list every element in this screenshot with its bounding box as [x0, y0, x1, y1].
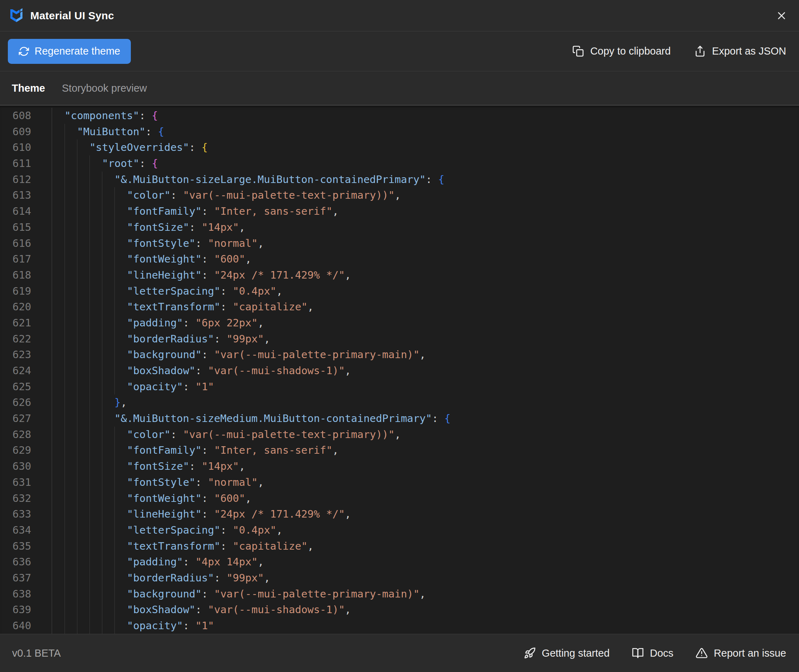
close-button[interactable] — [773, 8, 790, 24]
indent-guide — [102, 522, 102, 538]
code-line: 621"padding": "6px 22px", — [0, 315, 799, 331]
indent-guide — [77, 347, 77, 363]
indent-guide — [64, 299, 65, 315]
indent-guide — [102, 458, 102, 474]
indent-guide — [89, 155, 90, 171]
code-line: 639"boxShadow": "var(--mui-shadows-1)", — [0, 602, 799, 618]
code-line: 631"fontStyle": "normal", — [0, 474, 799, 490]
line-number: 616 — [0, 235, 52, 251]
code-line: 637"borderRadius": "99px", — [0, 570, 799, 586]
line-number: 632 — [0, 490, 52, 507]
code-line: 630"fontSize": "14px", — [0, 458, 799, 474]
code-text: "fontSize": "14px", — [52, 458, 799, 474]
header: Material UI Sync — [0, 0, 799, 31]
indent-guide — [64, 395, 65, 411]
indent-guide — [102, 315, 102, 331]
export-as-json-label: Export as JSON — [712, 45, 786, 57]
indent-guide — [102, 379, 102, 395]
footer-links: Getting started Docs Report an issue — [524, 647, 786, 659]
indent-guide — [102, 427, 102, 443]
indent-guide — [77, 315, 77, 331]
indent-guide — [89, 570, 90, 586]
indent-guide — [102, 618, 102, 634]
indent-guide — [102, 538, 102, 554]
indent-guide — [102, 395, 102, 411]
line-number: 617 — [0, 251, 52, 267]
indent-guide — [64, 602, 65, 618]
indent-guide — [89, 251, 90, 267]
regenerate-theme-button[interactable]: Regenerate theme — [8, 39, 131, 64]
indent-guide — [89, 554, 90, 570]
code-line: 636"padding": "4px 14px", — [0, 554, 799, 570]
indent-guide — [77, 427, 77, 443]
report-an-issue-link[interactable]: Report an issue — [696, 647, 786, 659]
indent-guide — [89, 267, 90, 283]
indent-guide — [102, 267, 102, 283]
code-text: "letterSpacing": "0.4px", — [52, 283, 799, 299]
code-editor[interactable]: 608"components": {609"MuiButton": {610"s… — [0, 106, 799, 634]
code-line: 629"fontFamily": "Inter, sans-serif", — [0, 442, 799, 458]
indent-guide — [89, 490, 90, 507]
code-text: "fontWeight": "600", — [52, 490, 799, 507]
indent-guide — [102, 251, 102, 267]
indent-guide — [64, 235, 65, 251]
code-line: 614"fontFamily": "Inter, sans-serif", — [0, 203, 799, 219]
tab-storybook-preview[interactable]: Storybook preview — [62, 82, 147, 94]
export-as-json-button[interactable]: Export as JSON — [694, 45, 786, 57]
tab-theme-label: Theme — [12, 82, 45, 94]
line-number: 636 — [0, 554, 52, 570]
indent-guide — [102, 490, 102, 507]
docs-link[interactable]: Docs — [632, 647, 673, 659]
indent-guide — [89, 299, 90, 315]
indent-guide — [64, 490, 65, 507]
indent-guide — [77, 538, 77, 554]
code-text: "textTransform": "capitalize", — [52, 299, 799, 315]
indent-guide — [102, 506, 102, 522]
code-line: 617"fontWeight": "600", — [0, 251, 799, 267]
code-line: 628"color": "var(--mui-palette-text-prim… — [0, 427, 799, 443]
code-text: "fontStyle": "normal", — [52, 235, 799, 251]
indent-guide — [64, 522, 65, 538]
tab-theme[interactable]: Theme — [12, 82, 45, 94]
code-text: "fontStyle": "normal", — [52, 474, 799, 490]
indent-guide — [89, 219, 90, 235]
indent-guide — [77, 203, 77, 219]
brand: Material UI Sync — [8, 7, 114, 24]
indent-guide — [102, 203, 102, 219]
line-number: 622 — [0, 331, 52, 347]
indent-guide — [64, 315, 65, 331]
indent-guide — [89, 171, 90, 187]
indent-guide — [64, 283, 65, 299]
indent-guide — [77, 395, 77, 411]
line-number: 608 — [0, 108, 52, 124]
indent-guide — [77, 155, 77, 171]
indent-guide — [64, 219, 65, 235]
indent-guide — [102, 474, 102, 490]
indent-guide — [77, 331, 77, 347]
code-text: "boxShadow": "var(--mui-shadows-1)", — [52, 602, 799, 618]
indent-guide — [64, 171, 65, 187]
indent-guide — [77, 379, 77, 395]
code-line: 634"letterSpacing": "0.4px", — [0, 522, 799, 538]
code-text: "color": "var(--mui-palette-text-primary… — [52, 427, 799, 443]
getting-started-link[interactable]: Getting started — [524, 647, 610, 659]
code-text: "padding": "6px 22px", — [52, 315, 799, 331]
footer: v0.1 BETA Getting started Docs — [0, 634, 799, 672]
refresh-icon — [19, 46, 29, 57]
indent-guide — [77, 363, 77, 379]
plugin-window: Material UI Sync Regenerate theme C — [0, 0, 799, 672]
app-title: Material UI Sync — [30, 10, 114, 22]
indent-guide — [77, 570, 77, 586]
code-text: "fontSize": "14px", — [52, 219, 799, 235]
indent-guide — [77, 139, 77, 155]
code-line: 611"root": { — [0, 155, 799, 171]
copy-to-clipboard-button[interactable]: Copy to clipboard — [572, 45, 671, 57]
indent-guide — [102, 363, 102, 379]
toolbar: Regenerate theme Copy to clipboard Expor… — [0, 31, 799, 71]
code-text: "background": "var(--mui-palette-primary… — [52, 347, 799, 363]
code-line: 609"MuiButton": { — [0, 124, 799, 140]
copy-to-clipboard-label: Copy to clipboard — [590, 45, 671, 57]
indent-guide — [89, 411, 90, 427]
line-number: 627 — [0, 411, 52, 427]
indent-guide — [64, 554, 65, 570]
